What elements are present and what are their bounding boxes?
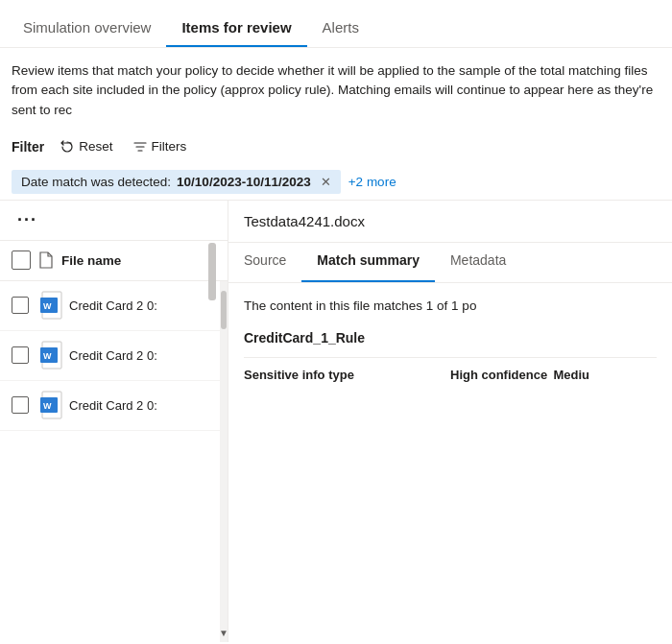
svg-text:W: W xyxy=(43,351,52,361)
file-icon-col xyxy=(38,251,54,269)
tab-simulation-overview[interactable]: Simulation overview xyxy=(8,6,166,47)
tab-match-summary[interactable]: Match summary xyxy=(301,243,435,282)
word-doc-icon: W xyxy=(38,340,69,370)
row-checkbox[interactable] xyxy=(12,346,29,364)
word-doc-icon: W xyxy=(38,290,69,321)
top-navigation: Simulation overview Items for review Ale… xyxy=(0,0,672,48)
row-checkbox[interactable] xyxy=(12,396,29,414)
sensitive-info-table-header: Sensitive info type High confidence Medi… xyxy=(244,357,657,382)
filter-chip-close[interactable]: ✕ xyxy=(321,175,331,189)
filters-button[interactable]: Filters xyxy=(125,135,195,158)
tab-metadata[interactable]: Metadata xyxy=(435,243,521,282)
file-row[interactable]: W Credit Card 2 0: xyxy=(0,381,228,431)
filter-label: Filter xyxy=(12,139,44,155)
vertical-scroll-thumb[interactable] xyxy=(221,291,227,329)
filter-bar: Filter Reset Filters xyxy=(0,130,672,164)
main-content: ··· File name W xyxy=(0,200,672,642)
reset-label: Reset xyxy=(79,139,112,154)
filters-label: Filters xyxy=(152,139,187,154)
file-row[interactable]: W Credit Card 2 0: xyxy=(0,331,228,381)
scroll-down-arrow[interactable]: ▼ xyxy=(220,625,228,642)
left-panel: ··· File name W xyxy=(0,201,228,642)
file-name: Credit Card 2 0: xyxy=(69,298,157,313)
filename-column-header: File name xyxy=(61,253,216,268)
file-detail-header: Testdata4241.docx xyxy=(228,201,672,243)
tab-items-for-review[interactable]: Items for review xyxy=(166,6,306,47)
rule-name: CreditCard_1_Rule xyxy=(244,330,657,346)
svg-text:W: W xyxy=(43,301,52,311)
col-sensitive-info-type: Sensitive info type xyxy=(244,368,450,382)
file-list: W Credit Card 2 0: W Credit Card 2 0: xyxy=(0,281,228,642)
detail-tabs: Source Match summary Metadata xyxy=(228,243,672,283)
reset-button[interactable]: Reset xyxy=(52,135,120,158)
date-filter-chip: Date match was detected: 10/10/2023-10/1… xyxy=(12,170,341,194)
detail-filename: Testdata4241.docx xyxy=(244,213,365,229)
match-description: The content in this file matches 1 of 1 … xyxy=(244,298,657,313)
file-name: Credit Card 2 0: xyxy=(69,398,157,413)
filter-chip-label: Date match was detected: xyxy=(21,175,171,189)
file-name: Credit Card 2 0: xyxy=(69,348,157,363)
more-filters-link[interactable]: +2 more xyxy=(348,175,396,189)
filter-chip-value: 10/10/2023-10/11/2023 xyxy=(177,175,311,189)
ellipsis-menu-button[interactable]: ··· xyxy=(12,209,43,230)
detail-body: The content in this file matches 1 of 1 … xyxy=(228,283,672,642)
svg-text:W: W xyxy=(43,401,52,411)
right-panel: Testdata4241.docx Source Match summary M… xyxy=(228,201,672,642)
col-high-confidence: High confidence xyxy=(450,368,554,382)
left-panel-header: ··· xyxy=(0,201,228,241)
filters-icon xyxy=(132,139,148,155)
reset-icon xyxy=(60,139,75,155)
col-medium: Mediu xyxy=(554,368,658,382)
word-doc-icon: W xyxy=(38,390,69,420)
tab-alerts[interactable]: Alerts xyxy=(307,6,374,47)
page-description: Review items that match your policy to d… xyxy=(0,48,672,130)
select-all-checkbox[interactable] xyxy=(12,250,31,270)
list-column-header: File name xyxy=(0,241,228,281)
filter-chip-row: Date match was detected: 10/10/2023-10/1… xyxy=(0,164,672,200)
tab-source[interactable]: Source xyxy=(228,243,301,282)
row-checkbox[interactable] xyxy=(12,297,29,314)
file-row[interactable]: W Credit Card 2 0: xyxy=(0,281,228,331)
vertical-scroll-track[interactable]: ▼ xyxy=(220,281,228,642)
